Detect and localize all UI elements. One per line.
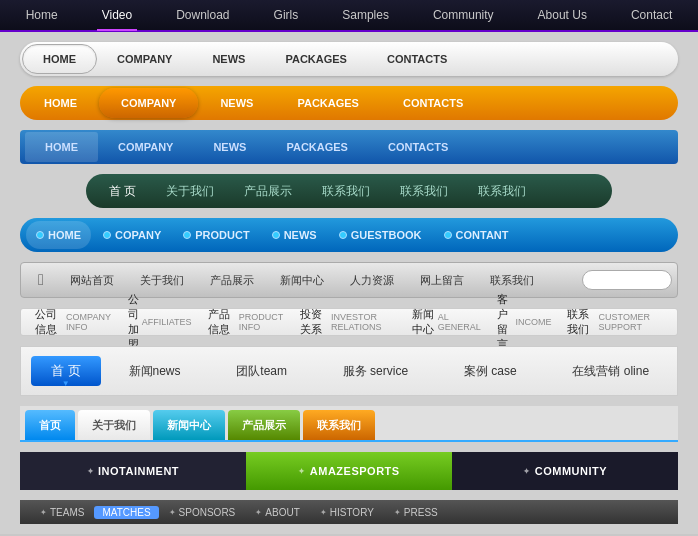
nav3-company[interactable]: COMPANY (98, 132, 193, 162)
nav-bar-sub: ✦ TEAMS MATCHES ✦ SPONSORS ✦ ABOUT ✦ HIS… (20, 500, 678, 524)
nav6-news[interactable]: 新闻中心 (268, 266, 336, 294)
nav11-matches[interactable]: MATCHES (94, 506, 158, 519)
nav7-customer[interactable]: 客户留言 INCOME (491, 292, 558, 352)
search-input[interactable] (582, 270, 672, 290)
top-nav-community[interactable]: Community (411, 0, 516, 31)
nav7-affiliates[interactable]: 公司加盟 AFFILIATES (122, 292, 198, 352)
nav6-home[interactable]: 网站首页 (58, 266, 126, 294)
nav2-home[interactable]: HOME (22, 88, 99, 118)
top-nav-download[interactable]: Download (154, 0, 251, 31)
tab9-home[interactable]: 首页 (25, 410, 75, 440)
nav-bar-dark-sections: INOTAINMENT AMAZESPORTS COMMUNITY (20, 452, 678, 490)
nav3-contacts[interactable]: CONTACTS (368, 132, 468, 162)
nav-bar-apple:  网站首页 关于我们 产品展示 新闻中心 人力资源 网上留言 联系我们 (20, 262, 678, 298)
bullet-icon: ✦ (320, 508, 327, 517)
dot-icon (183, 231, 191, 239)
nav2-news[interactable]: NEWS (198, 88, 275, 118)
tab-news[interactable]: 新闻news (129, 363, 181, 380)
nav4-contact1[interactable]: 联系我们 (307, 177, 385, 205)
nav11-press[interactable]: ✦ PRESS (384, 507, 448, 518)
nav7-company-info[interactable]: 公司信息 COMPANY INFO (29, 307, 118, 337)
bullet-icon: ✦ (40, 508, 47, 517)
nav11-about[interactable]: ✦ ABOUT (245, 507, 309, 518)
tab-team[interactable]: 团队team (236, 363, 287, 380)
nav2-packages[interactable]: PACKAGES (275, 88, 381, 118)
bullet-icon: ✦ (255, 508, 262, 517)
dot-icon (339, 231, 347, 239)
dot-icon (103, 231, 111, 239)
nav1-news[interactable]: NEWS (192, 44, 265, 74)
nav4-contact3[interactable]: 联系我们 (463, 177, 541, 205)
nav6-contact[interactable]: 联系我们 (478, 266, 546, 294)
nav1-company[interactable]: COMPANY (97, 44, 192, 74)
tab9-about[interactable]: 关于我们 (78, 410, 150, 440)
nav7-contact[interactable]: 联系我们 CUSTOMER SUPPORT (561, 307, 669, 337)
top-nav-aboutus[interactable]: About Us (516, 0, 609, 31)
nav7-news-center[interactable]: 新闻中心 AL GENERAL (406, 307, 486, 337)
nav-bar-white: HOME COMPANY NEWS PACKAGES CONTACTS (20, 42, 678, 76)
dot-icon (272, 231, 280, 239)
nav3-home[interactable]: HOME (25, 132, 98, 162)
nav5-home[interactable]: HOME (26, 221, 91, 249)
nav-bar-teal: 首 页 关于我们 产品展示 联系我们 联系我们 联系我们 (86, 174, 612, 208)
nav3-packages[interactable]: PACKAGES (266, 132, 368, 162)
nav-bar-home-tabs: 首 页 新闻news 团队team 服务 service 案例 case 在线营… (20, 346, 678, 396)
nav-bar-colored-tabs: 首页 关于我们 新闻中心 产品展示 联系我们 (20, 406, 678, 442)
nav11-sponsors[interactable]: ✦ SPONSORS (159, 507, 246, 518)
nav4-contact2[interactable]: 联系我们 (385, 177, 463, 205)
main-content: HOME COMPANY NEWS PACKAGES CONTACTS HOME… (0, 32, 698, 534)
tab-online[interactable]: 在线营销 oline (572, 363, 649, 380)
top-nav-contact[interactable]: Contact (609, 0, 694, 31)
nav6-about[interactable]: 关于我们 (128, 266, 196, 294)
apple-icon:  (26, 271, 56, 289)
nav2-company[interactable]: COMPANY (99, 88, 198, 118)
nav7-investor[interactable]: 投资关系 INVESTOR RELATIONS (294, 307, 403, 337)
nav1-packages[interactable]: PACKAGES (265, 44, 367, 74)
tab-items: 新闻news 团队team 服务 service 案例 case 在线营销 ol… (111, 363, 667, 380)
nav-bar-blue: HOME COMPANY NEWS PACKAGES CONTACTS (20, 130, 678, 164)
nav-bar-text-links: 公司信息 COMPANY INFO 公司加盟 AFFILIATES 产品信息 P… (20, 308, 678, 336)
nav5-copany[interactable]: COPANY (93, 221, 171, 249)
tab9-contact[interactable]: 联系我们 (303, 410, 375, 440)
nav-bar-cyan: HOME COPANY PRODUCT NEWS GUESTBOOK CONTA… (20, 218, 678, 252)
top-navigation: Home Video Download Girls Samples Commun… (0, 0, 698, 32)
home-button[interactable]: 首 页 (31, 356, 101, 386)
nav5-contant[interactable]: CONTANT (434, 221, 519, 249)
nav4-products[interactable]: 产品展示 (229, 177, 307, 205)
nav11-history[interactable]: ✦ HISTORY (310, 507, 384, 518)
nav4-about[interactable]: 关于我们 (151, 177, 229, 205)
bullet-icon: ✦ (394, 508, 401, 517)
nav6-guestbook[interactable]: 网上留言 (408, 266, 476, 294)
top-nav-video[interactable]: Video (80, 0, 154, 31)
dot-icon (36, 231, 44, 239)
nav1-home[interactable]: HOME (22, 44, 97, 74)
top-nav-samples[interactable]: Samples (320, 0, 411, 31)
section-inotainment[interactable]: INOTAINMENT (20, 452, 246, 490)
nav11-teams[interactable]: ✦ TEAMS (30, 507, 94, 518)
nav5-product[interactable]: PRODUCT (173, 221, 259, 249)
tab9-products[interactable]: 产品展示 (228, 410, 300, 440)
bullet-icon: ✦ (169, 508, 176, 517)
nav-bar-orange: HOME COMPANY NEWS PACKAGES CONTACTS (20, 86, 678, 120)
section-community[interactable]: COMMUNITY (452, 452, 678, 490)
top-nav-girls[interactable]: Girls (252, 0, 321, 31)
section-amazesports[interactable]: AMAZESPORTS (246, 452, 453, 490)
nav2-contacts[interactable]: CONTACTS (381, 88, 485, 118)
tab-service[interactable]: 服务 service (343, 363, 408, 380)
top-nav-home[interactable]: Home (4, 0, 80, 31)
nav5-news[interactable]: NEWS (262, 221, 327, 249)
nav6-products[interactable]: 产品展示 (198, 266, 266, 294)
nav4-home[interactable]: 首 页 (94, 177, 151, 205)
nav1-contacts[interactable]: CONTACTS (367, 44, 467, 74)
dot-icon (444, 231, 452, 239)
nav7-product-info[interactable]: 产品信息 PRODUCT INFO (202, 307, 290, 337)
nav3-news[interactable]: NEWS (193, 132, 266, 162)
tab9-news[interactable]: 新闻中心 (153, 410, 225, 440)
nav6-hr[interactable]: 人力资源 (338, 266, 406, 294)
tab-case[interactable]: 案例 case (464, 363, 517, 380)
nav5-guestbook[interactable]: GUESTBOOK (329, 221, 432, 249)
